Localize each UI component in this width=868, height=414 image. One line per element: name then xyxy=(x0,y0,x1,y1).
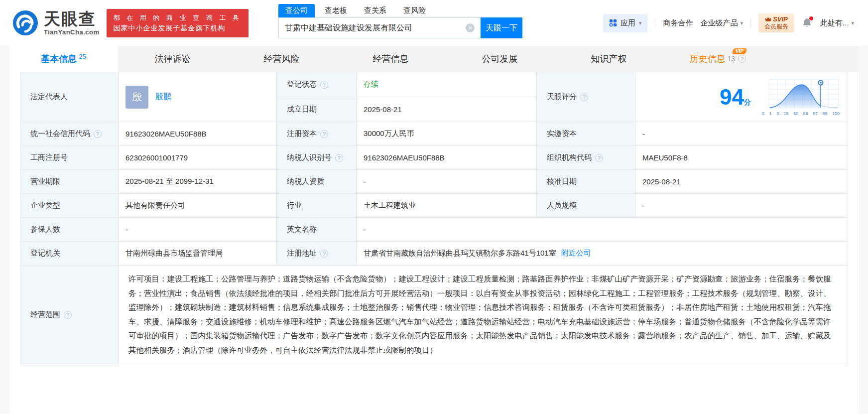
field-label: 工商注册号 xyxy=(20,146,119,170)
field-label: 英文名称 xyxy=(277,218,357,242)
nav-enterprise[interactable]: 企业级产品 ▾ xyxy=(700,18,743,28)
search-box: ✕ 天眼一下 xyxy=(278,17,522,38)
field-label: 天眼评分 ? xyxy=(537,72,635,122)
paid-capital-cell: - xyxy=(635,122,848,146)
field-label: 人员规模 xyxy=(537,194,635,218)
approval-date-cell: 2025-08-21 xyxy=(635,170,848,194)
tab-intellectual-property[interactable]: 知识产权 xyxy=(554,46,663,72)
field-label: 纳税人资质 xyxy=(277,170,357,194)
search-area: 查公司 查老板 查关系 查风险 ✕ 天眼一下 xyxy=(278,4,522,38)
nav-more[interactable]: 此处有... ▾ xyxy=(820,18,854,28)
tab-count: 25 xyxy=(79,53,86,60)
nav-cooperation-label: 商务合作 xyxy=(663,18,693,28)
field-label: 经营范围 ? xyxy=(20,266,119,364)
basic-info-table: 法定代表人 殷 殷鹏 登记状态 ? 存续 成立日期 2025-08-21 天眼评… xyxy=(20,72,848,364)
legal-rep-link[interactable]: 殷鹏 xyxy=(155,92,171,102)
tab-operation-risk[interactable]: 经营风险 xyxy=(227,46,336,72)
crown-icon xyxy=(765,17,771,22)
nav-cooperation[interactable]: 商务合作 xyxy=(663,18,693,28)
tab-label: 经营风险 xyxy=(264,53,300,65)
field-label: 法定代表人 xyxy=(20,72,119,122)
help-icon[interactable]: ? xyxy=(595,154,603,162)
help-icon[interactable]: ? xyxy=(64,311,72,319)
score-distribution-chart: 0131550859799100 xyxy=(762,78,840,116)
apps-label: 应用 xyxy=(620,18,635,28)
help-icon[interactable]: ? xyxy=(320,81,328,89)
tab-operation-info[interactable]: 经营信息 xyxy=(336,46,445,72)
table-row: 营业期限 2025-08-21 至 2099-12-31 纳税人资质 - 核准日… xyxy=(20,170,848,194)
search-input[interactable] xyxy=(279,23,466,32)
reg-authority-cell: 甘南州碌曲县市场监督管理局 xyxy=(119,242,277,266)
field-label: 核准日期 xyxy=(537,170,635,194)
search-tab-relation[interactable]: 查关系 xyxy=(357,4,393,17)
field-label: 注册地址 ? xyxy=(277,242,357,266)
status-badge: 存续 xyxy=(364,80,378,89)
field-label: 组织机构代码 ? xyxy=(537,146,635,170)
field-label: 纳税人识别号 ? xyxy=(277,146,357,170)
tab-label: 法律诉讼 xyxy=(155,53,191,65)
slogan-line2: 国家中小企业发展子基金旗下机构 xyxy=(114,23,242,33)
table-row: 经营范围 ? 许可项目：建设工程施工；公路管理与养护；道路货物运输（不含危险货物… xyxy=(20,266,848,364)
help-icon[interactable]: ? xyxy=(320,130,328,138)
company-card: 基本信息 25 法律诉讼 经营风险 经营信息 公司发展 知识产权 VIP 历史信… xyxy=(9,46,859,414)
tab-label: 知识产权 xyxy=(591,53,627,65)
table-row: 工商注册号 623026001001779 纳税人识别号 ? 91623026M… xyxy=(20,146,848,170)
tab-label: 基本信息 xyxy=(41,53,77,65)
tab-history-info[interactable]: VIP 历史信息 13 ? xyxy=(663,46,772,72)
tianyancha-logo[interactable]: 天眼查 TianYanCha.com xyxy=(12,9,100,36)
notification-dot-icon xyxy=(809,16,813,20)
search-tabs: 查公司 查老板 查关系 查风险 xyxy=(278,4,522,17)
svip-sublabel: 会员服务 xyxy=(764,23,788,30)
field-label: 登记机关 xyxy=(20,242,119,266)
search-clear-icon[interactable]: ✕ xyxy=(466,23,475,32)
tab-label: 历史信息 xyxy=(690,53,726,65)
field-label: 行业 xyxy=(277,194,357,218)
logo-brand: 天眼查 xyxy=(44,10,100,27)
chevron-down-icon: ▾ xyxy=(639,20,642,26)
help-icon[interactable]: ? xyxy=(335,154,343,162)
reg-status-cell: 存续 xyxy=(357,72,537,97)
chevron-down-icon: ▾ xyxy=(851,20,854,26)
field-label: 登记状态 ? xyxy=(277,72,357,97)
tab-count: 13 xyxy=(728,55,736,63)
notification-bell[interactable] xyxy=(802,17,813,28)
field-label: 成立日期 xyxy=(277,97,357,122)
table-row: 企业类型 其他有限责任公司 行业 土木工程建筑业 人员规模 - xyxy=(20,194,848,218)
search-button[interactable]: 天眼一下 xyxy=(481,17,522,38)
help-icon[interactable]: ? xyxy=(320,250,328,258)
reg-capital-cell: 30000万人民币 xyxy=(357,122,537,146)
tab-company-development[interactable]: 公司发展 xyxy=(445,46,554,72)
insured-count-cell: - xyxy=(119,218,277,242)
field-label: 企业类型 xyxy=(20,194,119,218)
logo-domain: TianYanCha.com xyxy=(44,28,100,36)
help-icon[interactable]: ? xyxy=(94,130,102,138)
svip-label: SVIP xyxy=(773,15,788,23)
taxpayer-quality-cell: - xyxy=(357,170,537,194)
company-type-cell: 其他有限责任公司 xyxy=(119,194,277,218)
field-label: 注册资本 ? xyxy=(277,122,357,146)
table-row: 统一社会信用代码 ? 91623026MAEU50F88B 注册资本 ? 300… xyxy=(20,122,848,146)
tab-label: 经营信息 xyxy=(373,53,409,65)
svip-badge[interactable]: SVIP 会员服务 xyxy=(758,13,794,32)
help-icon[interactable]: ? xyxy=(738,55,746,63)
vip-badge: VIP xyxy=(733,48,746,54)
help-icon[interactable]: ? xyxy=(580,93,588,101)
tab-legal-litigation[interactable]: 法律诉讼 xyxy=(118,46,227,72)
app-grid-icon xyxy=(609,19,617,27)
apps-button[interactable]: 应用 ▾ xyxy=(603,14,648,32)
search-tab-company[interactable]: 查公司 xyxy=(278,4,315,17)
nearby-companies-link[interactable]: 附近公司 xyxy=(561,249,591,258)
business-term-cell: 2025-08-21 至 2099-12-31 xyxy=(119,170,277,194)
slogan-line1: 都 在 用 的 商 业 查 询 工 具 xyxy=(114,13,242,23)
tab-basic-info[interactable]: 基本信息 25 xyxy=(9,46,118,72)
page-body: 基本信息 25 法律诉讼 经营风险 经营信息 公司发展 知识产权 VIP 历史信… xyxy=(0,46,868,414)
avatar[interactable]: 殷 xyxy=(125,86,148,109)
search-tab-boss[interactable]: 查老板 xyxy=(318,4,354,17)
taxpayer-id-cell: 91623026MAEU50F88B xyxy=(357,146,537,170)
english-name-cell: - xyxy=(357,218,848,242)
field-label: 实缴资本 xyxy=(537,122,635,146)
search-tab-risk[interactable]: 查风险 xyxy=(396,4,433,17)
score-unit: 分 xyxy=(744,98,751,106)
credit-code-cell: 91623026MAEU50F88B xyxy=(119,122,277,146)
industry-cell: 土木工程建筑业 xyxy=(357,194,537,218)
